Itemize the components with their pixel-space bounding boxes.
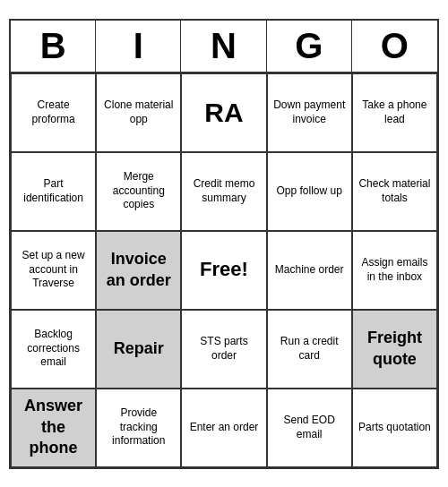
bingo-cell-6[interactable]: Merge accounting copies (96, 152, 181, 231)
bingo-cell-9[interactable]: Check material totals (352, 152, 437, 231)
bingo-cell-3[interactable]: Down payment invoice (267, 73, 352, 152)
bingo-cell-0[interactable]: Create proforma (11, 73, 96, 152)
bingo-cell-19[interactable]: Freight quote (352, 310, 437, 389)
bingo-grid: Create proformaClone material oppRADown … (11, 73, 437, 467)
bingo-card: BINGO Create proformaClone material oppR… (9, 19, 439, 469)
bingo-cell-13[interactable]: Machine order (267, 231, 352, 310)
bingo-letter-g: G (267, 21, 352, 72)
bingo-cell-21[interactable]: Provide tracking information (96, 389, 181, 467)
bingo-letter-n: N (181, 21, 266, 72)
bingo-cell-7[interactable]: Credit memo summary (181, 152, 266, 231)
bingo-cell-18[interactable]: Run a credit card (267, 310, 352, 389)
bingo-cell-14[interactable]: Assign emails in the inbox (352, 231, 437, 310)
bingo-cell-10[interactable]: Set up a new account in Traverse (11, 231, 96, 310)
bingo-header: BINGO (11, 21, 437, 73)
bingo-cell-8[interactable]: Opp follow up (267, 152, 352, 231)
bingo-cell-2[interactable]: RA (181, 73, 266, 152)
bingo-cell-22[interactable]: Enter an order (181, 389, 266, 467)
bingo-cell-4[interactable]: Take a phone lead (352, 73, 437, 152)
bingo-cell-16[interactable]: Repair (96, 310, 181, 389)
bingo-letter-o: O (352, 21, 437, 72)
bingo-cell-1[interactable]: Clone material opp (96, 73, 181, 152)
bingo-cell-12[interactable]: Free! (181, 231, 266, 310)
bingo-cell-24[interactable]: Parts quotation (352, 389, 437, 467)
bingo-cell-20[interactable]: Answer the phone (11, 389, 96, 467)
bingo-cell-15[interactable]: Backlog corrections email (11, 310, 96, 389)
bingo-letter-b: B (11, 21, 96, 72)
bingo-cell-5[interactable]: Part identification (11, 152, 96, 231)
bingo-letter-i: I (96, 21, 181, 72)
bingo-cell-23[interactable]: Send EOD email (267, 389, 352, 467)
bingo-cell-17[interactable]: STS parts order (181, 310, 266, 389)
bingo-cell-11[interactable]: Invoice an order (96, 231, 181, 310)
